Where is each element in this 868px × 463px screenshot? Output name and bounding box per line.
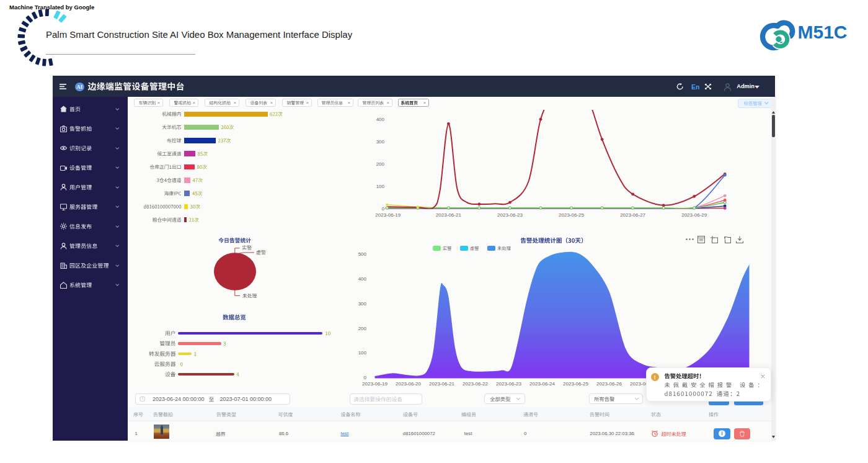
svg-text:M51C: M51C bbox=[798, 22, 848, 42]
